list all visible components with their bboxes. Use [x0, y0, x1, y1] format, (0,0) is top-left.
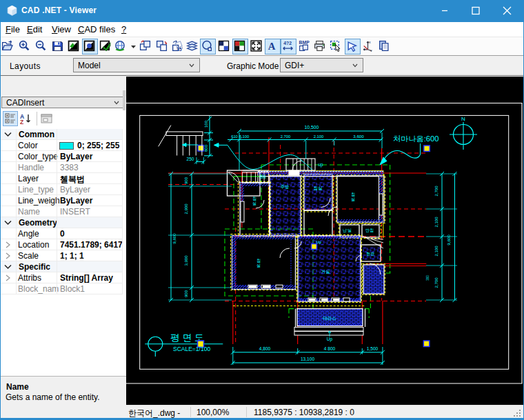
- svg-text:x: x: [369, 40, 371, 44]
- svg-text:300: 300: [426, 275, 430, 281]
- svg-text:2,700: 2,700: [434, 186, 439, 197]
- svg-text:2,100: 2,100: [434, 246, 439, 257]
- svg-text:현관: 현관: [366, 252, 374, 256]
- svg-text:250: 250: [187, 157, 194, 161]
- svg-text:2,100: 2,100: [314, 134, 324, 139]
- svg-text:거실: 거실: [321, 269, 330, 274]
- svg-text:BMP: BMP: [299, 40, 310, 45]
- svg-text:10,500: 10,500: [305, 125, 319, 130]
- svg-text:침실: 침실: [314, 186, 323, 190]
- svg-text:Z: Z: [20, 119, 23, 125]
- svg-text:실: 실: [351, 197, 355, 201]
- svg-text:9,600: 9,600: [172, 233, 177, 244]
- svg-text:4,800: 4,800: [259, 346, 271, 351]
- svg-text:4?2: 4?2: [283, 41, 292, 46]
- svg-text:2,700: 2,700: [281, 134, 291, 139]
- svg-text:N: N: [461, 116, 465, 122]
- svg-text:A: A: [268, 41, 276, 52]
- svg-text:반침: 반침: [365, 228, 374, 232]
- svg-text:610: 610: [231, 134, 238, 139]
- svg-text:실: 실: [256, 263, 261, 268]
- svg-text:처마나옴:600: 처마나옴:600: [393, 134, 439, 143]
- svg-text:침: 침: [351, 192, 355, 197]
- svg-text:1,500: 1,500: [367, 346, 379, 351]
- svg-text:900: 900: [184, 177, 188, 184]
- svg-text:2,900: 2,900: [184, 203, 188, 214]
- svg-text:BN: BN: [259, 174, 265, 179]
- svg-text:2,100: 2,100: [434, 217, 439, 228]
- svg-text:Up: Up: [327, 337, 333, 342]
- svg-text:침: 침: [252, 197, 256, 201]
- svg-text:4 800: 4 800: [324, 346, 336, 351]
- svg-text:y: y: [370, 48, 372, 52]
- svg-text:Up: Up: [316, 240, 321, 244]
- svg-text:2,700: 2,700: [434, 277, 439, 288]
- svg-text:100: 100: [204, 120, 208, 128]
- svg-text:8,100: 8,100: [239, 134, 250, 139]
- svg-text:3,900: 3,900: [184, 255, 188, 266]
- svg-text:9,600: 9,600: [446, 234, 451, 246]
- svg-text:난'실: 난'실: [343, 228, 352, 232]
- svg-text:주방: 주방: [281, 184, 290, 190]
- svg-text:실: 실: [252, 201, 256, 206]
- svg-text:13,100: 13,100: [301, 357, 315, 361]
- svg-text:SCALE=1/100: SCALE=1/100: [173, 346, 210, 352]
- svg-text:테라스: 테라스: [323, 316, 336, 321]
- svg-text:800: 800: [204, 144, 208, 152]
- svg-text:35°: 35°: [177, 47, 183, 52]
- svg-text:침: 침: [256, 259, 261, 263]
- svg-text:3,600: 3,600: [353, 134, 364, 139]
- svg-text:up: up: [318, 162, 323, 168]
- svg-text:900: 900: [184, 290, 188, 297]
